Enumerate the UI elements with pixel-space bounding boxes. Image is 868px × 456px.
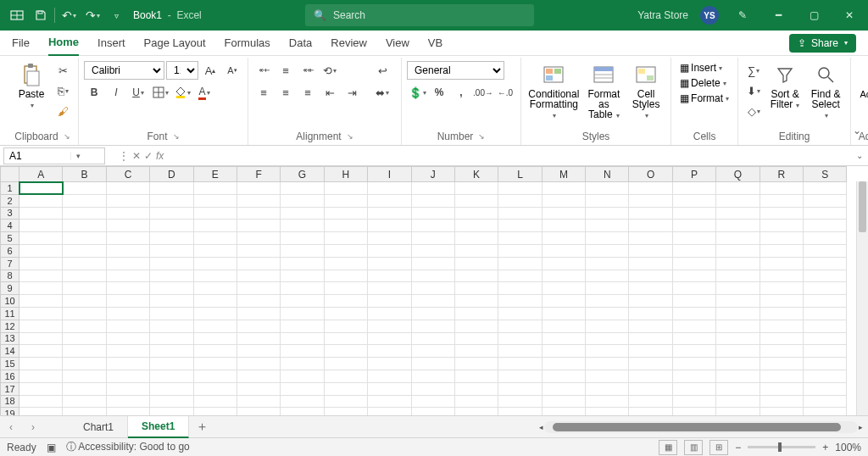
cell[interactable] — [368, 207, 411, 220]
cell[interactable] — [672, 282, 715, 295]
cell[interactable] — [672, 307, 715, 320]
tab-data[interactable]: Data — [289, 31, 312, 56]
cell[interactable] — [150, 332, 193, 345]
percent-icon[interactable]: % — [429, 83, 449, 102]
cell[interactable] — [106, 332, 149, 345]
cell[interactable] — [760, 232, 803, 245]
cell[interactable] — [586, 207, 629, 220]
redo-icon[interactable]: ↷▾ — [82, 5, 103, 25]
cell[interactable] — [804, 332, 847, 345]
cell[interactable] — [150, 244, 193, 257]
cell[interactable] — [106, 244, 149, 257]
cell[interactable] — [150, 345, 193, 358]
cell[interactable] — [498, 307, 542, 320]
cell[interactable] — [281, 270, 324, 282]
cell[interactable] — [760, 282, 803, 295]
undo-icon[interactable]: ↶▾ — [58, 5, 79, 25]
cell[interactable] — [411, 345, 454, 358]
tab-review[interactable]: Review — [331, 31, 367, 56]
cell[interactable] — [454, 194, 498, 207]
share-button[interactable]: ⇪Share▾ — [789, 34, 856, 53]
cell[interactable] — [586, 232, 629, 245]
cell[interactable] — [106, 257, 149, 270]
zoom-out-icon[interactable]: − — [735, 442, 741, 453]
cell[interactable] — [716, 345, 760, 358]
cell[interactable] — [804, 282, 847, 295]
cell[interactable] — [193, 220, 236, 232]
cell[interactable] — [236, 395, 280, 408]
cell[interactable] — [236, 282, 280, 295]
cell[interactable] — [672, 194, 715, 207]
cell[interactable] — [324, 307, 367, 320]
cell[interactable] — [193, 358, 236, 370]
cell[interactable] — [63, 244, 106, 257]
cell[interactable] — [760, 332, 803, 345]
cell[interactable] — [716, 307, 760, 320]
cell[interactable] — [454, 358, 498, 370]
column-header[interactable]: L — [498, 167, 542, 182]
cell[interactable] — [193, 207, 236, 220]
cell[interactable] — [63, 382, 106, 395]
column-header[interactable]: H — [324, 167, 367, 182]
cell[interactable] — [542, 395, 585, 408]
cell[interactable] — [629, 220, 672, 232]
cell[interactable] — [19, 320, 63, 332]
cell[interactable] — [716, 244, 760, 257]
cell[interactable] — [586, 332, 629, 345]
row-header[interactable]: 15 — [1, 358, 19, 370]
cell[interactable] — [193, 370, 236, 382]
cell[interactable] — [150, 270, 193, 282]
cell[interactable] — [629, 358, 672, 370]
cell[interactable] — [454, 332, 498, 345]
cell[interactable] — [586, 282, 629, 295]
cell[interactable] — [411, 244, 454, 257]
cell[interactable] — [716, 270, 760, 282]
comma-icon[interactable]: , — [451, 83, 471, 102]
cell[interactable] — [454, 307, 498, 320]
cell[interactable] — [629, 345, 672, 358]
cell[interactable] — [324, 244, 367, 257]
cell[interactable] — [106, 320, 149, 332]
cell[interactable] — [804, 220, 847, 232]
align-middle-icon[interactable]: ≡ — [275, 61, 296, 80]
font-dialog-icon[interactable]: ↘ — [173, 132, 180, 141]
cell[interactable] — [106, 345, 149, 358]
cell[interactable] — [629, 332, 672, 345]
format-painter-icon[interactable]: 🖌 — [53, 102, 73, 120]
cell[interactable] — [368, 395, 411, 408]
maximize-icon[interactable]: ▢ — [802, 3, 826, 27]
row-header[interactable]: 3 — [1, 207, 19, 220]
cell[interactable] — [586, 395, 629, 408]
cell[interactable] — [586, 307, 629, 320]
cell[interactable] — [498, 182, 542, 195]
cell[interactable] — [454, 295, 498, 308]
options-icon[interactable]: ⋮ — [119, 150, 129, 162]
cell[interactable] — [324, 345, 367, 358]
cell[interactable] — [281, 295, 324, 308]
cell[interactable] — [368, 232, 411, 245]
cell[interactable] — [672, 244, 715, 257]
cell[interactable] — [236, 244, 280, 257]
cell[interactable] — [106, 408, 149, 415]
cell[interactable] — [804, 408, 847, 415]
cell[interactable] — [586, 244, 629, 257]
cell[interactable] — [804, 345, 847, 358]
cell[interactable] — [804, 257, 847, 270]
cell[interactable] — [454, 232, 498, 245]
cell[interactable] — [236, 307, 280, 320]
cell[interactable] — [672, 332, 715, 345]
cell[interactable] — [236, 370, 280, 382]
cell[interactable] — [324, 395, 367, 408]
cell[interactable] — [672, 370, 715, 382]
row-header[interactable]: 1 — [1, 182, 19, 195]
cell[interactable] — [760, 194, 803, 207]
name-box-dropdown-icon[interactable]: ▾ — [70, 152, 86, 160]
cell[interactable] — [411, 282, 454, 295]
cell[interactable] — [150, 207, 193, 220]
cancel-formula-icon[interactable]: ✕ — [132, 150, 141, 162]
cell[interactable] — [324, 358, 367, 370]
cell[interactable] — [368, 194, 411, 207]
cell[interactable] — [716, 220, 760, 232]
cell[interactable] — [63, 332, 106, 345]
column-header[interactable]: P — [672, 167, 715, 182]
